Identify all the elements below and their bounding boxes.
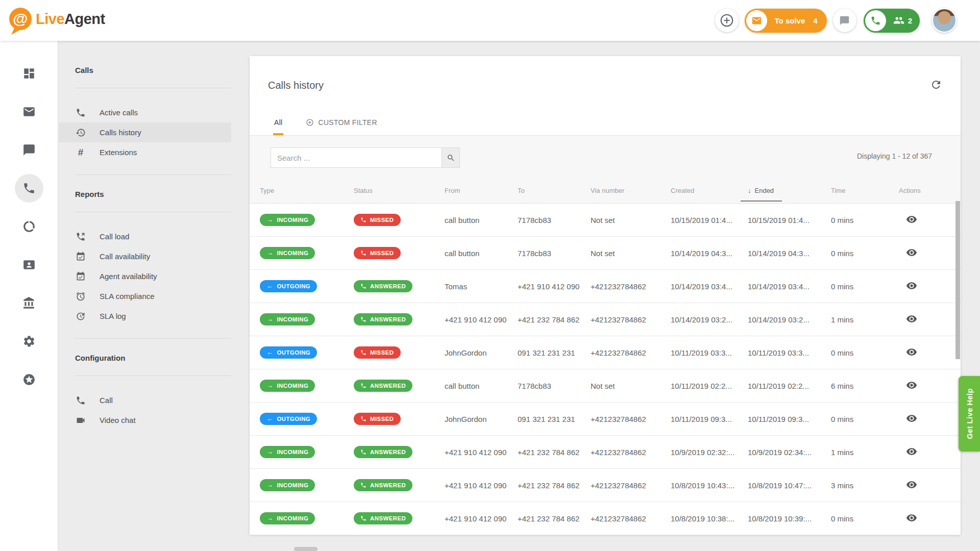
- tab-all[interactable]: All: [273, 118, 283, 135]
- view-call-button[interactable]: [906, 512, 917, 523]
- cell-status: MISSED: [354, 346, 445, 359]
- cell-time: 0 mins: [831, 415, 899, 423]
- rail-mail-icon[interactable]: [15, 97, 43, 126]
- search-input[interactable]: [271, 147, 442, 168]
- rail-bank-icon[interactable]: [15, 289, 43, 317]
- view-call-button[interactable]: [906, 446, 917, 457]
- sidebar-item-call-load[interactable]: Call load: [59, 227, 231, 246]
- to-solve-button[interactable]: To solve 4: [745, 9, 827, 33]
- cell-status: ANSWERED: [354, 380, 445, 392]
- cell-via-number: +421232784862: [591, 448, 671, 457]
- horizontal-scrollbar[interactable]: [294, 547, 317, 551]
- view-call-button[interactable]: [906, 346, 917, 358]
- call-row[interactable]: →INCOMINGANSWERED+421 910 412 090+421 23…: [250, 502, 961, 535]
- column-header-status[interactable]: Status: [354, 187, 445, 194]
- cell-ended: 10/8/2019 10:47:...: [748, 481, 831, 490]
- search-button[interactable]: [442, 147, 460, 168]
- cell-to: 7178cb83: [518, 249, 591, 258]
- type-badge: →INCOMING: [260, 313, 315, 325]
- cell-from: call button: [445, 249, 518, 258]
- rail-settings-icon[interactable]: [15, 327, 43, 356]
- phone-icon: [360, 283, 366, 289]
- cell-to: +421 232 784 862: [518, 448, 591, 457]
- sidebar-item-agent-availability[interactable]: Agent availability: [59, 266, 231, 286]
- sidebar-item-call[interactable]: Call: [59, 390, 231, 410]
- pagination-text: Displaying 1 - 12 of 367: [857, 152, 932, 160]
- sidebar-item-calls-history[interactable]: Calls history: [59, 122, 231, 142]
- cell-via-number: +421232784862: [591, 315, 671, 324]
- videocam-icon: [75, 415, 86, 425]
- view-call-button[interactable]: [906, 280, 917, 291]
- sidebar-item-label: SLA log: [100, 312, 126, 320]
- calls-online-button[interactable]: 2: [864, 9, 920, 33]
- add-new-button[interactable]: [715, 9, 739, 32]
- rail-star-icon[interactable]: [15, 365, 43, 394]
- eye-icon: [906, 512, 917, 523]
- status-badge: ANSWERED: [354, 479, 412, 491]
- cell-from: +421 910 412 090: [445, 481, 518, 490]
- call-row[interactable]: ←OUTGOINGMISSEDJohnGordon091 321 231 231…: [250, 336, 961, 369]
- sidebar-item-video-chat[interactable]: Video chat: [59, 410, 231, 430]
- call-row[interactable]: →INCOMINGANSWERED+421 910 412 090+421 23…: [250, 303, 961, 336]
- view-call-button[interactable]: [906, 313, 917, 324]
- sidebar-item-sla-compliance[interactable]: SLA compliance: [59, 286, 231, 306]
- page-title: Calls history: [268, 80, 324, 91]
- refresh-button[interactable]: [930, 79, 942, 91]
- sidebar-item-label: Call availability: [100, 252, 150, 261]
- rail-chat-icon[interactable]: [15, 136, 43, 164]
- column-header-actions[interactable]: Actions: [899, 187, 961, 194]
- history-icon: [75, 128, 86, 138]
- phone-icon: [360, 349, 366, 356]
- call-row[interactable]: →INCOMINGANSWERED+421 910 412 090+421 23…: [250, 436, 961, 469]
- call-row[interactable]: ←OUTGOINGANSWEREDTomas+421 910 412 090+4…: [250, 270, 961, 303]
- sidebar-item-sla-log[interactable]: SLA log: [59, 306, 231, 326]
- sidebar-item-extensions[interactable]: #Extensions: [59, 142, 231, 162]
- rail-sync-icon[interactable]: [15, 212, 43, 241]
- liveagent-logo[interactable]: @ LiveAgent: [7, 6, 105, 35]
- cell-ended: 10/9/2019 02:34:...: [748, 448, 831, 457]
- type-badge: →INCOMING: [260, 479, 315, 491]
- get-live-help-button[interactable]: Get Live Help: [959, 376, 980, 452]
- cell-status: ANSWERED: [354, 512, 445, 524]
- call-row[interactable]: →INCOMINGANSWEREDcall button7178cb83Not …: [250, 369, 961, 403]
- cell-from: call button: [445, 382, 518, 390]
- phone-icon: [75, 395, 86, 406]
- column-header-from[interactable]: From: [445, 187, 518, 194]
- chats-button[interactable]: [833, 9, 856, 32]
- user-avatar[interactable]: [932, 8, 957, 33]
- column-header-type[interactable]: Type: [260, 187, 354, 194]
- call-row[interactable]: →INCOMINGMISSEDcall button7178cb83Not se…: [250, 237, 961, 270]
- view-call-button[interactable]: [906, 413, 917, 424]
- column-header-ended[interactable]: ↓Ended: [748, 187, 831, 194]
- cell-to: 7178cb83: [518, 216, 591, 224]
- view-call-button[interactable]: [906, 479, 917, 490]
- column-header-created[interactable]: Created: [671, 187, 748, 194]
- type-badge: →INCOMING: [260, 512, 315, 524]
- sidebar-item-label: Call load: [100, 232, 129, 241]
- call-row[interactable]: ←OUTGOINGMISSEDJohnGordon091 321 231 231…: [250, 403, 961, 436]
- view-call-button[interactable]: [906, 247, 917, 258]
- cell-to: +421 232 784 862: [518, 514, 591, 523]
- phone-icon: [360, 515, 366, 521]
- column-header-via-number[interactable]: Via number: [591, 187, 671, 194]
- topbar: @ LiveAgent To solve 4 2: [0, 0, 980, 41]
- sidebar-item-call-availability[interactable]: Call availability: [59, 246, 231, 266]
- calls-history-panel: Calls history AllCUSTOM FILTER Displayin…: [250, 56, 961, 535]
- cell-type: ←OUTGOING: [260, 346, 354, 359]
- status-badge: MISSED: [354, 346, 401, 359]
- rail-dashboard-icon[interactable]: [15, 59, 43, 88]
- cell-ended: 10/14/2019 04:3...: [748, 249, 831, 258]
- rail-phone-icon[interactable]: [15, 174, 43, 203]
- tab-custom-filter[interactable]: CUSTOM FILTER: [305, 118, 378, 135]
- vertical-scrollbar[interactable]: [955, 201, 960, 359]
- column-header-to[interactable]: To: [518, 187, 591, 194]
- column-header-time[interactable]: Time: [831, 187, 899, 194]
- call-row[interactable]: →INCOMINGANSWERED+421 910 412 090+421 23…: [250, 469, 961, 502]
- searchbox: [271, 147, 460, 168]
- call-row[interactable]: →INCOMINGMISSEDcall button7178cb83Not se…: [250, 204, 961, 237]
- rail-contacts-icon[interactable]: [15, 251, 43, 279]
- view-call-button[interactable]: [906, 380, 917, 391]
- sidebar-item-active-calls[interactable]: Active calls: [59, 103, 231, 122]
- eye-icon: [906, 446, 917, 457]
- view-call-button[interactable]: [906, 214, 917, 225]
